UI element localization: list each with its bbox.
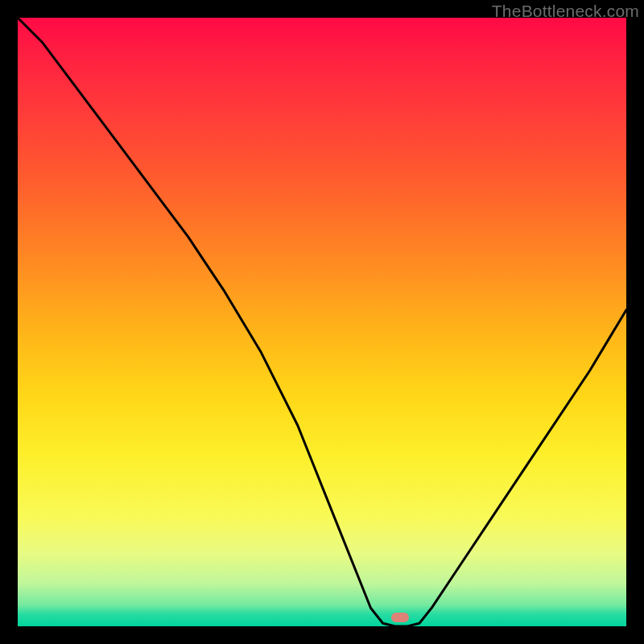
bottleneck-curve (18, 18, 626, 626)
curve-layer (18, 18, 626, 626)
watermark-text: TheBottleneck.com (492, 2, 639, 21)
optimum-marker (391, 613, 409, 622)
plot-area (18, 18, 626, 626)
chart-frame: TheBottleneck.com (0, 0, 644, 644)
